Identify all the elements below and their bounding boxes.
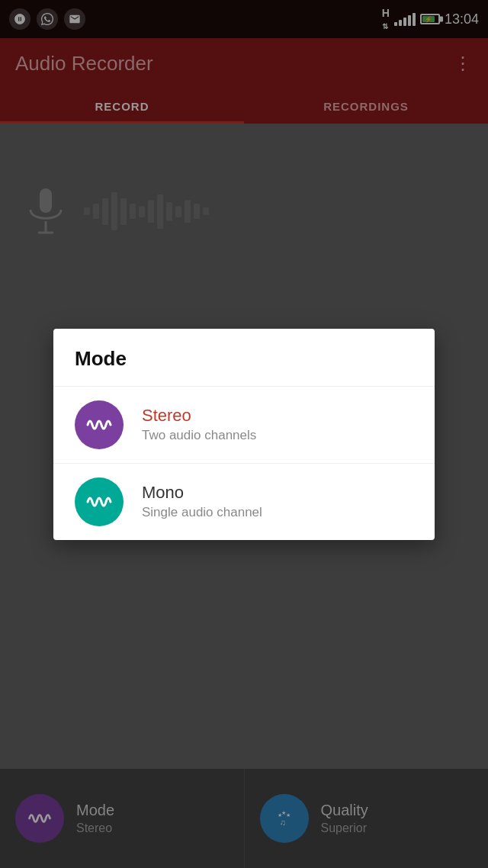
stereo-description: Two audio channels <box>142 428 256 443</box>
mono-text: Mono Single audio channel <box>142 483 262 520</box>
stereo-icon <box>75 400 124 449</box>
dialog-overlay: Mode Stereo Two audio channels Mono <box>0 0 488 868</box>
mode-dialog: Mode Stereo Two audio channels Mono <box>53 329 435 540</box>
mono-icon <box>75 477 124 526</box>
mono-label: Mono <box>142 483 262 503</box>
mono-description: Single audio channel <box>142 505 262 520</box>
stereo-option[interactable]: Stereo Two audio channels <box>53 386 435 463</box>
stereo-label: Stereo <box>142 406 256 426</box>
mono-option[interactable]: Mono Single audio channel <box>53 463 435 540</box>
stereo-text: Stereo Two audio channels <box>142 406 256 443</box>
dialog-title: Mode <box>53 329 435 386</box>
